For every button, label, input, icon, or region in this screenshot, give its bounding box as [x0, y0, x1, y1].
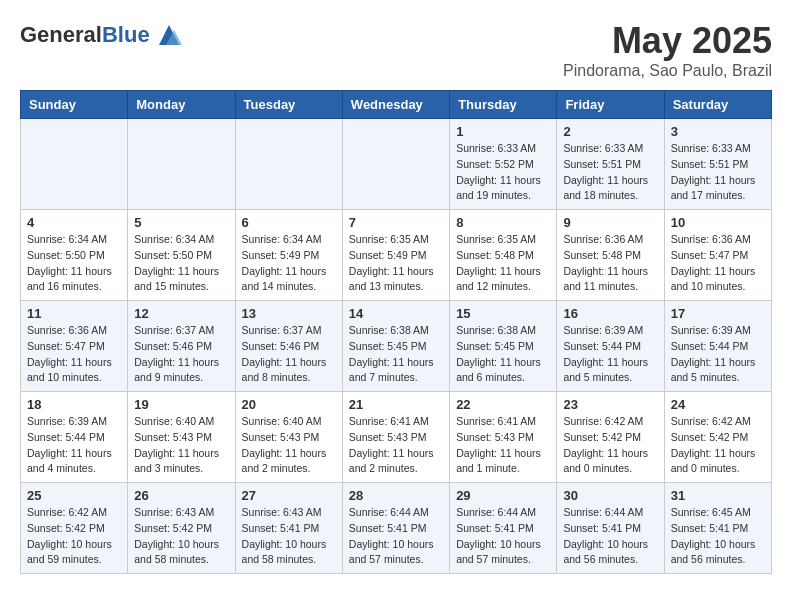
day-info: Sunrise: 6:44 AMSunset: 5:41 PMDaylight:…: [563, 505, 657, 568]
day-number: 12: [134, 306, 228, 321]
day-number: 7: [349, 215, 443, 230]
day-number: 15: [456, 306, 550, 321]
calendar-cell: 15Sunrise: 6:38 AMSunset: 5:45 PMDayligh…: [450, 301, 557, 392]
day-info: Sunrise: 6:42 AMSunset: 5:42 PMDaylight:…: [671, 414, 765, 477]
calendar-cell: 10Sunrise: 6:36 AMSunset: 5:47 PMDayligh…: [664, 210, 771, 301]
calendar-cell: 24Sunrise: 6:42 AMSunset: 5:42 PMDayligh…: [664, 392, 771, 483]
day-number: 23: [563, 397, 657, 412]
day-number: 17: [671, 306, 765, 321]
day-number: 26: [134, 488, 228, 503]
day-info: Sunrise: 6:36 AMSunset: 5:48 PMDaylight:…: [563, 232, 657, 295]
day-info: Sunrise: 6:41 AMSunset: 5:43 PMDaylight:…: [456, 414, 550, 477]
calendar-cell: 21Sunrise: 6:41 AMSunset: 5:43 PMDayligh…: [342, 392, 449, 483]
day-number: 29: [456, 488, 550, 503]
calendar-cell: 30Sunrise: 6:44 AMSunset: 5:41 PMDayligh…: [557, 483, 664, 574]
calendar-cell: 23Sunrise: 6:42 AMSunset: 5:42 PMDayligh…: [557, 392, 664, 483]
day-number: 6: [242, 215, 336, 230]
day-info: Sunrise: 6:40 AMSunset: 5:43 PMDaylight:…: [242, 414, 336, 477]
calendar-cell: 28Sunrise: 6:44 AMSunset: 5:41 PMDayligh…: [342, 483, 449, 574]
calendar-cell: [342, 119, 449, 210]
logo-general: General: [20, 22, 102, 47]
calendar-cell: 5Sunrise: 6:34 AMSunset: 5:50 PMDaylight…: [128, 210, 235, 301]
week-row-1: 1Sunrise: 6:33 AMSunset: 5:52 PMDaylight…: [21, 119, 772, 210]
day-number: 24: [671, 397, 765, 412]
calendar-cell: 13Sunrise: 6:37 AMSunset: 5:46 PMDayligh…: [235, 301, 342, 392]
calendar-table: SundayMondayTuesdayWednesdayThursdayFrid…: [20, 90, 772, 574]
calendar-cell: 3Sunrise: 6:33 AMSunset: 5:51 PMDaylight…: [664, 119, 771, 210]
day-info: Sunrise: 6:43 AMSunset: 5:42 PMDaylight:…: [134, 505, 228, 568]
day-info: Sunrise: 6:36 AMSunset: 5:47 PMDaylight:…: [671, 232, 765, 295]
day-number: 19: [134, 397, 228, 412]
calendar-cell: 9Sunrise: 6:36 AMSunset: 5:48 PMDaylight…: [557, 210, 664, 301]
day-number: 16: [563, 306, 657, 321]
calendar-cell: 7Sunrise: 6:35 AMSunset: 5:49 PMDaylight…: [342, 210, 449, 301]
day-number: 31: [671, 488, 765, 503]
day-number: 1: [456, 124, 550, 139]
day-number: 21: [349, 397, 443, 412]
day-number: 13: [242, 306, 336, 321]
day-info: Sunrise: 6:44 AMSunset: 5:41 PMDaylight:…: [349, 505, 443, 568]
calendar-cell: 17Sunrise: 6:39 AMSunset: 5:44 PMDayligh…: [664, 301, 771, 392]
day-number: 3: [671, 124, 765, 139]
day-number: 8: [456, 215, 550, 230]
day-header-saturday: Saturday: [664, 91, 771, 119]
day-info: Sunrise: 6:34 AMSunset: 5:49 PMDaylight:…: [242, 232, 336, 295]
subtitle: Pindorama, Sao Paulo, Brazil: [563, 62, 772, 80]
day-info: Sunrise: 6:38 AMSunset: 5:45 PMDaylight:…: [456, 323, 550, 386]
day-info: Sunrise: 6:33 AMSunset: 5:51 PMDaylight:…: [671, 141, 765, 204]
day-number: 18: [27, 397, 121, 412]
day-info: Sunrise: 6:38 AMSunset: 5:45 PMDaylight:…: [349, 323, 443, 386]
calendar-cell: 4Sunrise: 6:34 AMSunset: 5:50 PMDaylight…: [21, 210, 128, 301]
calendar-cell: 27Sunrise: 6:43 AMSunset: 5:41 PMDayligh…: [235, 483, 342, 574]
calendar-cell: 20Sunrise: 6:40 AMSunset: 5:43 PMDayligh…: [235, 392, 342, 483]
week-row-5: 25Sunrise: 6:42 AMSunset: 5:42 PMDayligh…: [21, 483, 772, 574]
calendar-cell: 8Sunrise: 6:35 AMSunset: 5:48 PMDaylight…: [450, 210, 557, 301]
week-row-4: 18Sunrise: 6:39 AMSunset: 5:44 PMDayligh…: [21, 392, 772, 483]
calendar-cell: 12Sunrise: 6:37 AMSunset: 5:46 PMDayligh…: [128, 301, 235, 392]
logo-blue: Blue: [102, 22, 150, 47]
calendar-cell: 31Sunrise: 6:45 AMSunset: 5:41 PMDayligh…: [664, 483, 771, 574]
day-number: 28: [349, 488, 443, 503]
calendar-cell: 1Sunrise: 6:33 AMSunset: 5:52 PMDaylight…: [450, 119, 557, 210]
day-info: Sunrise: 6:39 AMSunset: 5:44 PMDaylight:…: [27, 414, 121, 477]
calendar-cell: [21, 119, 128, 210]
day-info: Sunrise: 6:34 AMSunset: 5:50 PMDaylight:…: [134, 232, 228, 295]
day-number: 30: [563, 488, 657, 503]
day-number: 25: [27, 488, 121, 503]
day-header-wednesday: Wednesday: [342, 91, 449, 119]
day-info: Sunrise: 6:37 AMSunset: 5:46 PMDaylight:…: [242, 323, 336, 386]
day-header-sunday: Sunday: [21, 91, 128, 119]
logo: GeneralBlue: [20, 20, 184, 50]
day-number: 14: [349, 306, 443, 321]
day-info: Sunrise: 6:43 AMSunset: 5:41 PMDaylight:…: [242, 505, 336, 568]
day-info: Sunrise: 6:37 AMSunset: 5:46 PMDaylight:…: [134, 323, 228, 386]
calendar-cell: 11Sunrise: 6:36 AMSunset: 5:47 PMDayligh…: [21, 301, 128, 392]
page-header: GeneralBlue May 2025 Pindorama, Sao Paul…: [20, 20, 772, 80]
day-info: Sunrise: 6:39 AMSunset: 5:44 PMDaylight:…: [563, 323, 657, 386]
month-title: May 2025: [563, 20, 772, 62]
calendar-cell: 16Sunrise: 6:39 AMSunset: 5:44 PMDayligh…: [557, 301, 664, 392]
calendar-cell: 29Sunrise: 6:44 AMSunset: 5:41 PMDayligh…: [450, 483, 557, 574]
day-header-thursday: Thursday: [450, 91, 557, 119]
day-number: 4: [27, 215, 121, 230]
day-info: Sunrise: 6:40 AMSunset: 5:43 PMDaylight:…: [134, 414, 228, 477]
day-number: 10: [671, 215, 765, 230]
week-row-2: 4Sunrise: 6:34 AMSunset: 5:50 PMDaylight…: [21, 210, 772, 301]
day-info: Sunrise: 6:44 AMSunset: 5:41 PMDaylight:…: [456, 505, 550, 568]
day-info: Sunrise: 6:35 AMSunset: 5:49 PMDaylight:…: [349, 232, 443, 295]
calendar-cell: 26Sunrise: 6:43 AMSunset: 5:42 PMDayligh…: [128, 483, 235, 574]
calendar-cell: 22Sunrise: 6:41 AMSunset: 5:43 PMDayligh…: [450, 392, 557, 483]
logo-icon: [154, 20, 184, 50]
day-header-monday: Monday: [128, 91, 235, 119]
day-info: Sunrise: 6:42 AMSunset: 5:42 PMDaylight:…: [563, 414, 657, 477]
day-info: Sunrise: 6:36 AMSunset: 5:47 PMDaylight:…: [27, 323, 121, 386]
calendar-cell: [128, 119, 235, 210]
calendar-cell: 6Sunrise: 6:34 AMSunset: 5:49 PMDaylight…: [235, 210, 342, 301]
calendar-cell: [235, 119, 342, 210]
title-area: May 2025 Pindorama, Sao Paulo, Brazil: [563, 20, 772, 80]
day-header-tuesday: Tuesday: [235, 91, 342, 119]
calendar-cell: 25Sunrise: 6:42 AMSunset: 5:42 PMDayligh…: [21, 483, 128, 574]
day-number: 20: [242, 397, 336, 412]
calendar-cell: 18Sunrise: 6:39 AMSunset: 5:44 PMDayligh…: [21, 392, 128, 483]
calendar-cell: 14Sunrise: 6:38 AMSunset: 5:45 PMDayligh…: [342, 301, 449, 392]
